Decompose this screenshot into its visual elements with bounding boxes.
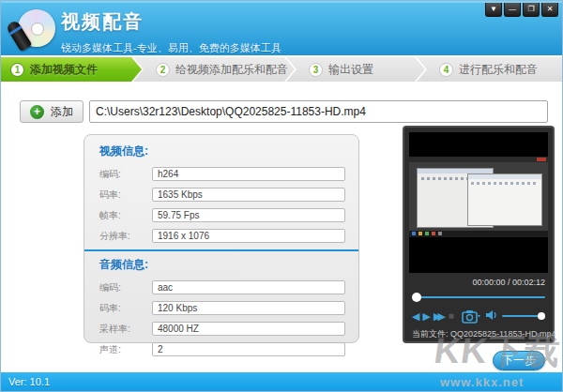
file-path-input[interactable] [89, 100, 548, 123]
step-label: 进行配乐和配音 [459, 62, 538, 78]
close-icon[interactable]: ✕ [541, 3, 558, 17]
step-add-video[interactable]: 1 添加视频文件 [1, 57, 142, 82]
audio-channels-row: 声道: 2 [99, 342, 345, 356]
step-add-music[interactable]: 2 给视频添加配乐和配音 [133, 57, 295, 82]
audio-bitrate-value: 120 Kbps [152, 301, 345, 315]
app-logo-icon [8, 8, 55, 53]
volume-icon[interactable] [486, 308, 498, 324]
audio-channels-value: 2 [152, 342, 345, 356]
plus-icon: + [30, 105, 44, 119]
app-window: 视频配音 锐动多媒体工具-专业、易用、免费的多媒体工具 ▼ — ❐ ✕ 1 添加… [0, 0, 563, 392]
minimize-icon[interactable]: — [504, 3, 521, 17]
playback-time: 00:00:00 / 00:02:12 [472, 278, 545, 287]
rewind-icon[interactable]: ◀ [412, 309, 419, 324]
step-number: 2 [156, 63, 170, 77]
version-label: Ver: 10.1 [8, 376, 50, 387]
video-codec-value: h264 [152, 167, 345, 181]
section-divider [84, 249, 358, 251]
step-output-settings[interactable]: 3 输出设置 [286, 57, 425, 82]
menu-icon[interactable]: ▼ [485, 3, 502, 17]
audio-codec-row: 编码: aac [99, 280, 345, 294]
add-file-button[interactable]: + 添加 [20, 100, 84, 123]
step-label: 给视频添加配乐和配音 [175, 62, 288, 78]
title-bar: 视频配音 锐动多媒体工具-专业、易用、免费的多媒体工具 ▼ — ❐ ✕ [1, 1, 563, 55]
audio-bitrate-row: 码率: 120 Kbps [99, 301, 345, 315]
wizard-steps: 1 添加视频文件 2 给视频添加配乐和配音 3 输出设置 4 进行配乐和配音 [1, 57, 563, 82]
video-codec-row: 编码: h264 [99, 167, 345, 181]
video-resolution-value: 1916 x 1076 [152, 229, 345, 243]
video-bitrate-row: 码率: 1635 Kbps [99, 188, 345, 202]
audio-info-header: 音频信息: [99, 257, 358, 273]
playback-controls: ◀ ▶ ▶▶ ■ [412, 308, 549, 324]
current-file-label: 当前文件: QQ2025825-11853-HD.mp4 [412, 328, 555, 340]
step-label: 添加视频文件 [30, 62, 98, 78]
video-preview-panel: 00:00:00 / 00:02:12 ◀ ▶ ▶▶ ■ [403, 126, 555, 343]
fast-forward-icon[interactable]: ▶▶ [434, 309, 442, 324]
audio-samplerate-row: 采样率: 48000 HZ [99, 322, 345, 336]
window-controls: ▼ — ❐ ✕ [485, 3, 558, 17]
video-framerate-row: 帧率: 59.75 Fps [99, 208, 345, 222]
app-title: 视频配音 [61, 9, 282, 35]
volume-slider[interactable] [502, 315, 543, 317]
step-label: 输出设置 [328, 62, 373, 78]
seek-bar[interactable] [414, 296, 545, 298]
video-viewport[interactable] [409, 132, 548, 273]
video-resolution-row: 分辨率: 1916 x 1076 [99, 229, 345, 243]
seek-thumb[interactable] [412, 293, 421, 302]
video-bitrate-value: 1635 Kbps [152, 188, 345, 202]
video-info-header: 视频信息: [99, 143, 358, 159]
audio-codec-value: aac [152, 280, 345, 294]
add-button-label: 添加 [51, 104, 73, 120]
video-framerate-value: 59.75 Fps [152, 208, 345, 222]
volume-thumb[interactable] [538, 312, 545, 320]
stop-icon[interactable]: ■ [449, 309, 454, 324]
play-icon[interactable]: ▶ [422, 309, 430, 324]
step-perform-dubbing[interactable]: 4 进行配乐和配音 [417, 57, 563, 82]
step-number: 1 [10, 63, 24, 77]
app-subtitle: 锐动多媒体工具-专业、易用、免费的多媒体工具 [61, 41, 282, 55]
snapshot-camera-icon[interactable] [462, 309, 480, 324]
next-step-button[interactable]: 下一步 [493, 351, 545, 370]
step-number: 4 [439, 63, 453, 77]
maximize-icon[interactable]: ❐ [523, 3, 540, 17]
video-frame-thumbnail [409, 157, 548, 237]
media-info-panel: 视频信息: 编码: h264 码率: 1635 Kbps 帧率: 59.75 F… [84, 134, 359, 343]
step-number: 3 [309, 63, 323, 77]
status-bar: Ver: 10.1 [1, 372, 563, 392]
audio-samplerate-value: 48000 HZ [152, 322, 345, 336]
